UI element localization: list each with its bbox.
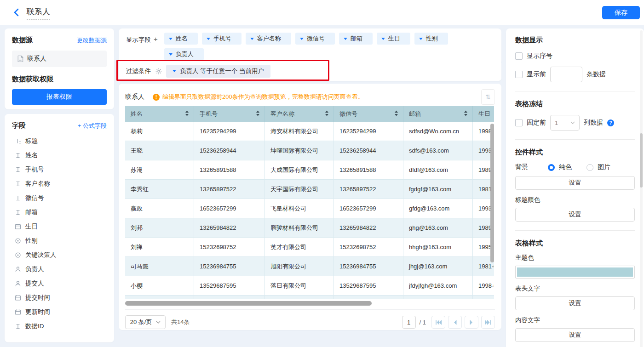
chevron-down-icon bbox=[169, 38, 172, 40]
add-display-field-button[interactable]: + bbox=[154, 35, 158, 60]
table-cell: 13265984822 bbox=[194, 218, 265, 237]
image-radio[interactable] bbox=[586, 164, 593, 171]
table-header-cell[interactable]: 客户名称 bbox=[265, 106, 334, 122]
text-icon bbox=[14, 323, 21, 330]
next-page-button[interactable] bbox=[465, 316, 478, 329]
display-field-chip[interactable]: 姓名 bbox=[164, 33, 198, 45]
page-size-select[interactable]: 20 条/页 bbox=[125, 315, 166, 329]
display-field-chip[interactable]: 负责人 bbox=[164, 48, 204, 60]
freeze-label: 固定前 bbox=[527, 119, 546, 127]
chevron-down-icon bbox=[570, 121, 575, 124]
datasource-item[interactable]: 联系人 bbox=[12, 51, 107, 67]
background-label: 背景 bbox=[515, 163, 544, 171]
column-label: 手机号 bbox=[200, 110, 218, 118]
table-vertical-scrollbar[interactable] bbox=[490, 124, 494, 262]
document-icon bbox=[17, 56, 23, 63]
field-item[interactable]: 更新时间 bbox=[12, 305, 107, 319]
display-field-chip[interactable]: 性别 bbox=[414, 33, 448, 45]
table-cell: 16523657299 bbox=[194, 199, 265, 218]
column-label: 姓名 bbox=[131, 110, 143, 118]
theme-color-swatch[interactable] bbox=[515, 266, 635, 279]
table-cell: 13265891588 bbox=[194, 160, 265, 179]
sort-icon[interactable] bbox=[464, 110, 468, 118]
sort-icon[interactable] bbox=[256, 110, 260, 118]
table-header-cell[interactable]: 邮箱 bbox=[403, 106, 473, 122]
panel-scrollbar-thumb[interactable] bbox=[640, 133, 643, 188]
table-header-cell[interactable]: 手机号 bbox=[194, 106, 265, 122]
show-first-unit: 条数据 bbox=[586, 70, 606, 79]
table-cell: jfdyjfgh@163.com bbox=[403, 276, 473, 295]
content-text-label: 内容文字 bbox=[515, 316, 635, 324]
header-text-set-button[interactable]: 设置 bbox=[515, 296, 635, 310]
chip-label: 性别 bbox=[426, 34, 438, 43]
table-horizontal-scrollbar[interactable] bbox=[125, 301, 372, 306]
first-page-button[interactable] bbox=[431, 316, 445, 329]
field-item[interactable]: 微信号 bbox=[12, 191, 107, 205]
table-header-cell[interactable]: 姓名 bbox=[125, 106, 194, 122]
text-icon bbox=[14, 166, 21, 173]
page-title[interactable]: 联系人 bbox=[27, 6, 50, 20]
filter-condition-chip[interactable]: 负责人 等于任意一个 当前用户 bbox=[166, 65, 270, 78]
person-icon bbox=[14, 280, 21, 287]
field-item[interactable]: 手机号 bbox=[12, 162, 107, 176]
display-field-chip[interactable]: 微信号 bbox=[295, 33, 335, 45]
filter-settings-gear-icon[interactable] bbox=[155, 68, 162, 74]
field-item[interactable]: 关键决策人 bbox=[12, 248, 107, 262]
last-page-button[interactable] bbox=[481, 316, 495, 329]
background-set-button[interactable]: 设置 bbox=[515, 176, 635, 190]
table-cell: 刘禅 bbox=[125, 238, 194, 256]
display-field-chip[interactable]: 客户名称 bbox=[246, 33, 291, 45]
field-item[interactable]: 提交人 bbox=[12, 276, 107, 290]
freeze-count-select[interactable]: 1 bbox=[550, 115, 580, 131]
show-index-checkbox[interactable] bbox=[515, 52, 523, 60]
solid-color-radio[interactable] bbox=[548, 164, 555, 171]
field-item-label: 性别 bbox=[25, 237, 38, 245]
freeze-unit: 列数据 bbox=[584, 119, 603, 127]
field-item-label: 邮箱 bbox=[25, 208, 38, 216]
solid-color-label: 纯色 bbox=[559, 163, 572, 171]
display-field-chip[interactable]: 手机号 bbox=[202, 33, 242, 45]
save-button[interactable]: 保存 bbox=[602, 6, 640, 19]
data-table: 姓名手机号客户名称微信号邮箱生日杨莉16235294299海安材料有限公司162… bbox=[125, 106, 494, 299]
back-icon[interactable] bbox=[13, 8, 21, 17]
table-cell: 旭阳有限公司 bbox=[265, 257, 334, 276]
sort-icon[interactable] bbox=[325, 110, 329, 118]
display-field-chips: 姓名手机号客户名称微信号邮箱生日性别负责人 bbox=[164, 33, 486, 60]
table-cell: jhgj@163.com bbox=[403, 257, 473, 276]
column-label: 邮箱 bbox=[409, 110, 421, 118]
sort-icon[interactable] bbox=[394, 110, 398, 118]
help-icon[interactable]: ? bbox=[607, 119, 614, 126]
field-item-label: 客户名称 bbox=[25, 180, 50, 188]
display-field-chip[interactable]: 邮箱 bbox=[339, 33, 373, 45]
table-header-cell[interactable]: 微信号 bbox=[334, 106, 403, 122]
table-header-cell[interactable]: 生日 bbox=[473, 106, 494, 122]
field-item[interactable]: 生日 bbox=[12, 219, 107, 233]
field-item-label: 生日 bbox=[25, 222, 38, 231]
filter-condition-text: 负责人 等于任意一个 当前用户 bbox=[180, 67, 264, 75]
field-item[interactable]: 数据ID bbox=[12, 319, 107, 333]
display-field-chip[interactable]: 生日 bbox=[377, 33, 410, 45]
show-first-count-input[interactable] bbox=[550, 67, 582, 82]
report-permission-button[interactable]: 报表权限 bbox=[12, 89, 107, 105]
sort-icon[interactable] bbox=[185, 110, 189, 118]
field-item[interactable]: 提交时间 bbox=[12, 290, 107, 305]
field-item-label: 标题 bbox=[25, 137, 38, 145]
field-item[interactable]: 邮箱 bbox=[12, 205, 107, 219]
top-bar: 联系人 保存 bbox=[0, 0, 644, 25]
table-cell: 15236258944 bbox=[194, 141, 265, 160]
freeze-columns-checkbox[interactable] bbox=[515, 119, 523, 126]
change-datasource-link[interactable]: 更改数据源 bbox=[77, 36, 107, 45]
prev-page-button[interactable] bbox=[448, 316, 462, 329]
field-item[interactable]: 负责人 bbox=[12, 262, 107, 276]
title-color-set-button[interactable]: 设置 bbox=[515, 208, 635, 222]
field-item[interactable]: 姓名 bbox=[12, 148, 107, 162]
current-page-input[interactable]: 1 bbox=[402, 316, 416, 329]
content-text-set-button[interactable]: 设置 bbox=[515, 328, 635, 342]
field-item[interactable]: 标题 bbox=[12, 134, 107, 148]
field-item[interactable]: 客户名称 bbox=[12, 176, 107, 191]
table-warning-text: 编辑界面只取数据源前200条作为查询数据预览，完整数据请访问页面查看。 bbox=[162, 93, 364, 101]
field-item[interactable]: 性别 bbox=[12, 233, 107, 248]
show-first-checkbox[interactable] bbox=[515, 71, 523, 78]
sort-toggle-button[interactable]: ⇅ bbox=[481, 89, 495, 105]
add-formula-field-link[interactable]: + 公式字段 bbox=[78, 122, 107, 130]
